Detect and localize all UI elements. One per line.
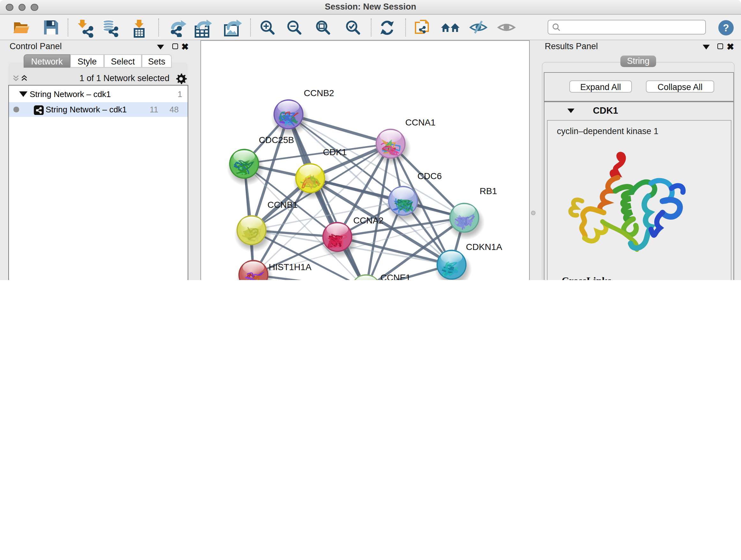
svg-text:CDC6: CDC6 — [417, 171, 442, 181]
svg-text:HIST1H1A: HIST1H1A — [269, 262, 312, 272]
svg-text:CDKN1A: CDKN1A — [466, 242, 502, 252]
svg-text:CDC25B: CDC25B — [259, 135, 294, 145]
svg-text:?: ? — [723, 22, 729, 34]
svg-text:RB1: RB1 — [480, 186, 497, 196]
svg-text:CCNB2: CCNB2 — [304, 88, 334, 98]
svg-text:CCNA2: CCNA2 — [353, 215, 384, 225]
svg-text:CCNE1: CCNE1 — [381, 272, 411, 280]
svg-text:CCNA1: CCNA1 — [405, 117, 435, 127]
svg-text:CCNB1: CCNB1 — [267, 199, 298, 209]
svg-text:CDK1: CDK1 — [323, 147, 347, 157]
